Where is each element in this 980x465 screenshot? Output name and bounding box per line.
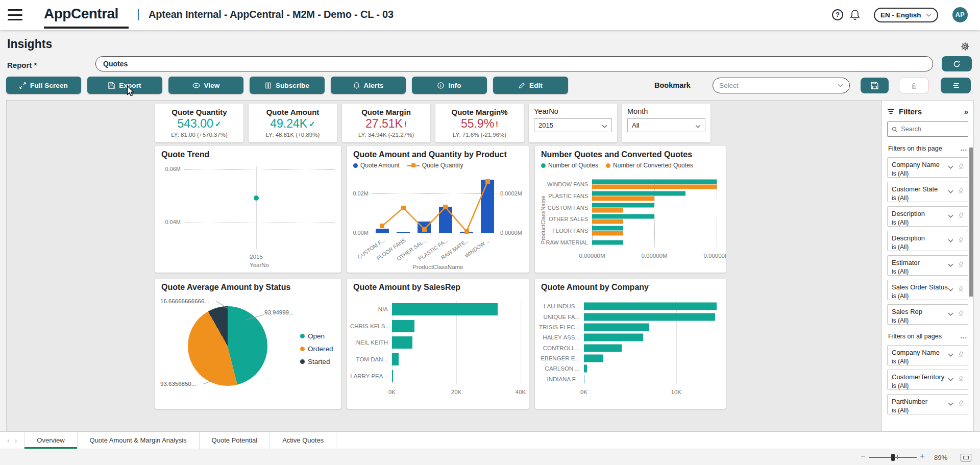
series-marker bbox=[353, 163, 358, 168]
eraser-icon[interactable] bbox=[958, 260, 964, 269]
help-icon[interactable]: ? bbox=[832, 9, 843, 20]
chevron-down-icon[interactable] bbox=[948, 260, 953, 269]
eraser-icon[interactable] bbox=[958, 235, 964, 244]
kpi-value: 27.51K! bbox=[342, 117, 430, 131]
warning-icon: ! bbox=[404, 119, 407, 128]
y-tick-label: 0.04M bbox=[158, 219, 181, 225]
filter-condition: is (All) bbox=[892, 292, 964, 300]
toolbar-button-export[interactable]: Export bbox=[87, 77, 162, 94]
chevron-down-icon[interactable] bbox=[948, 186, 953, 195]
toolbar-button-label: Alerts bbox=[364, 82, 384, 89]
chevron-down-icon[interactable] bbox=[948, 162, 953, 171]
bar bbox=[584, 375, 584, 383]
filter-field: Description bbox=[892, 210, 952, 217]
notifications-bell-icon[interactable] bbox=[849, 9, 861, 21]
report-select-input[interactable] bbox=[95, 56, 933, 71]
toolbar-button-label: Export bbox=[119, 82, 141, 89]
filter-card[interactable]: Estimatoris (All) bbox=[887, 255, 968, 276]
eraser-icon[interactable] bbox=[958, 211, 964, 220]
chart-number-quotes-converted[interactable]: Number Quotes and Converted QuotesNumber… bbox=[535, 146, 726, 273]
plot-area: 0K10KLAU INDUS...UNIQUE FA...TRISIS ELEC… bbox=[584, 301, 718, 384]
tab-active-quotes[interactable]: Active Quotes bbox=[270, 432, 336, 449]
filters-search-box[interactable] bbox=[887, 121, 968, 137]
filter-card[interactable]: Descriptionis (All) bbox=[887, 231, 968, 251]
slicer-label: Month bbox=[627, 107, 705, 115]
bookmark-select[interactable]: Select bbox=[713, 78, 850, 93]
gear-icon[interactable] bbox=[961, 42, 970, 51]
zoom-slider-handle[interactable] bbox=[891, 454, 895, 461]
toolbar-button-full-screen[interactable]: Full Screen bbox=[6, 77, 81, 94]
filter-card[interactable]: PartNumberis (All) bbox=[887, 394, 968, 414]
bar bbox=[584, 303, 717, 310]
filters-search-input[interactable] bbox=[901, 126, 964, 133]
eraser-icon[interactable] bbox=[958, 186, 964, 195]
chevron-down-icon[interactable] bbox=[948, 374, 953, 383]
bar bbox=[584, 323, 649, 331]
category-label: HALEY ASS... bbox=[538, 334, 580, 340]
chart-quote-amount-by-salesrep[interactable]: Quote Amount by SalesRep0K20K40KN/ACHRIS… bbox=[347, 279, 529, 409]
refresh-button[interactable] bbox=[942, 56, 972, 71]
toolbar-button-edit[interactable]: Edit bbox=[493, 77, 568, 94]
filters-scrollbar-thumb[interactable] bbox=[969, 148, 973, 297]
app-logo[interactable]: AppCentral bbox=[44, 6, 118, 22]
page-title: Insights bbox=[7, 37, 52, 51]
chevron-down-icon[interactable] bbox=[948, 235, 953, 244]
edit-icon bbox=[519, 82, 525, 89]
slicer-dropdown-yearno[interactable]: 2015 bbox=[534, 118, 612, 132]
bookmark-list-button[interactable] bbox=[941, 78, 971, 93]
filter-card[interactable]: Sales Repis (All) bbox=[887, 304, 968, 325]
eraser-icon[interactable] bbox=[958, 309, 964, 318]
avatar[interactable]: AP bbox=[952, 7, 968, 22]
filter-card[interactable]: Sales Order Statusis (All) bbox=[887, 280, 968, 300]
tabs-next-icon[interactable]: › bbox=[15, 436, 17, 445]
slicer-label: YearNo bbox=[534, 107, 612, 115]
chart-quote-amount-by-company[interactable]: Quote Amount by Company0K10KLAU INDUS...… bbox=[535, 279, 726, 409]
filter-card[interactable]: Company Nameis (All) bbox=[887, 157, 968, 178]
filter-condition: is (All) bbox=[892, 317, 964, 324]
slicer-dropdown-month[interactable]: All bbox=[627, 118, 705, 132]
toolbar-button-label: Full Screen bbox=[30, 82, 68, 89]
kpi-last-year-text: LY: 48.81K (+0.89%) bbox=[249, 132, 337, 138]
category-row: FLOOR FANS bbox=[592, 225, 717, 237]
chart-quote-average-amount-by-status[interactable]: Quote Average Amount by Status93.94999..… bbox=[155, 279, 341, 409]
chevron-down-icon bbox=[695, 121, 701, 130]
hamburger-menu-icon[interactable] bbox=[8, 9, 22, 20]
eraser-icon[interactable] bbox=[958, 162, 964, 171]
filter-card[interactable]: Customer Stateis (All) bbox=[887, 182, 968, 202]
category-row: CUSTOM FANS bbox=[592, 202, 717, 213]
more-options-icon[interactable]: ... bbox=[961, 145, 967, 152]
eraser-icon[interactable] bbox=[958, 399, 964, 408]
chart-quote-trend[interactable]: Quote Trend0.06M0.04M2015YearNo bbox=[155, 146, 341, 273]
bookmark-delete-button[interactable] bbox=[899, 78, 929, 93]
zoom-out-button[interactable]: − bbox=[861, 452, 865, 461]
eraser-icon[interactable] bbox=[958, 284, 964, 293]
eraser-icon[interactable] bbox=[958, 374, 964, 383]
toolbar-button-view[interactable]: View bbox=[168, 77, 243, 94]
toolbar-button-subscribe[interactable]: Subscribe bbox=[250, 77, 325, 94]
chevron-down-icon[interactable] bbox=[948, 284, 953, 293]
filter-card[interactable]: Descriptionis (All) bbox=[887, 206, 968, 227]
toolbar-button-alerts[interactable]: Alerts bbox=[331, 77, 406, 94]
fit-to-screen-icon[interactable] bbox=[961, 454, 971, 461]
chevron-down-icon[interactable] bbox=[948, 350, 953, 359]
chart-quote-amount-quantity-by-product[interactable]: Quote Amount and Quantity by ProductQuot… bbox=[347, 146, 529, 273]
language-selector[interactable]: EN - English bbox=[874, 8, 938, 22]
chevron-down-icon[interactable] bbox=[948, 399, 953, 408]
series-marker bbox=[407, 165, 420, 166]
toolbar-button-info[interactable]: Info bbox=[412, 77, 487, 94]
bookmark-save-button[interactable] bbox=[861, 78, 889, 93]
more-options-icon[interactable]: ... bbox=[961, 333, 967, 340]
zoom-in-button[interactable]: + bbox=[920, 452, 924, 461]
chevron-down-icon[interactable] bbox=[948, 211, 953, 220]
filter-card[interactable]: CustomerTerritoryis (All) bbox=[887, 370, 968, 390]
tab-quote-potential[interactable]: Quote Potential bbox=[200, 432, 271, 449]
chart-title: Quote Average Amount by Status bbox=[155, 279, 341, 292]
zoom-slider[interactable] bbox=[869, 457, 917, 458]
chevron-down-icon[interactable] bbox=[948, 309, 953, 318]
tabs-prev-icon[interactable]: ‹ bbox=[7, 436, 10, 445]
tab-overview[interactable]: Overview bbox=[24, 432, 77, 449]
collapse-panel-icon[interactable]: » bbox=[964, 107, 968, 116]
filter-card[interactable]: Company Nameis (All) bbox=[887, 345, 968, 365]
eraser-icon[interactable] bbox=[958, 350, 964, 359]
tab-quote-amount-margin-analysis[interactable]: Quote Amount & Margin Analysis bbox=[78, 432, 200, 449]
